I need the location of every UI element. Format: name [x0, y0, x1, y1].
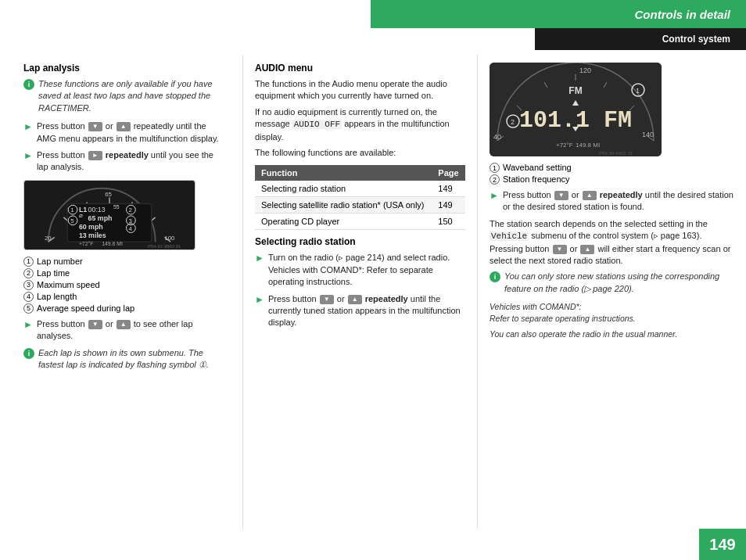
svg-text:60 mph: 60 mph	[79, 222, 103, 230]
num-2: 2	[23, 268, 34, 278]
left-heading: Lap analysis	[23, 63, 227, 74]
mid-arrow-1: ►	[255, 253, 264, 264]
station-search-text: The station search depends on the select…	[490, 218, 734, 267]
info-icon-2: i	[23, 348, 34, 359]
list-item-5: 5 Average speed during lap	[23, 303, 227, 314]
header-bar: Controls in detail	[371, 0, 746, 28]
svg-text:100: 100	[164, 235, 175, 242]
list-item-4: 4 Lap length	[23, 292, 227, 302]
info-icon-1: i	[23, 79, 34, 90]
btn-icon-r1: ▼	[554, 191, 568, 200]
svg-text:1: 1	[636, 87, 640, 95]
radio-display: 40 120 140 FM 101.1 FM 2 1 +72°F 149.	[490, 63, 662, 156]
left-bullet-1: ► Press button ▼ or ▲ Press button or re…	[23, 120, 227, 145]
right-arrow-1: ►	[490, 190, 499, 201]
left-info-box: i These functions are only available if …	[23, 78, 227, 114]
right-label-1: Waveband setting	[503, 163, 572, 172]
svg-text:2: 2	[511, 118, 515, 126]
header-title: Controls in detail	[634, 8, 730, 21]
left-numbered-list: 1 Lap number 2 Lap time 3 Maximum speed …	[23, 257, 227, 314]
page-1: 149	[432, 181, 465, 197]
func-2: Selecting satellite radio station* (USA …	[255, 197, 432, 214]
btn-icon-up-1: ▲	[117, 122, 131, 131]
label-4: Lap length	[37, 292, 77, 301]
right-numbered-list: 1 Waveband setting 2 Station frequency	[490, 163, 734, 185]
svg-text:149.8 MI: 149.8 MI	[576, 142, 600, 149]
arrow-icon-1: ►	[23, 121, 33, 132]
right-label-2: Station frequency	[503, 174, 570, 184]
btn-icon-down-3: ▼	[88, 320, 102, 329]
btn-icon-r2: ▲	[583, 191, 597, 200]
audio-no-msg: If no audio equipment is currently turne…	[255, 106, 465, 143]
table-row: Operating CD player 150	[255, 214, 465, 230]
content-area: Lap analysis i These functions are only …	[0, 55, 746, 529]
mid-bullet-text-1: Turn on the radio (▹ page 214) and selec…	[268, 252, 465, 288]
page-number-box: 149	[699, 529, 746, 560]
col-function: Function	[255, 165, 432, 181]
right-info-box: i You can only store new stations using …	[490, 271, 734, 295]
left-bullet-text-3: Press button ▼ or ▲ to see other lap ana…	[37, 318, 227, 343]
right-column: 40 120 140 FM 101.1 FM 2 1 +72°F 149.	[477, 55, 746, 529]
left-bullet-text-2: Press button ► repeatedly until you see …	[37, 149, 227, 174]
info-icon-r1: i	[490, 271, 500, 282]
svg-text:2: 2	[128, 206, 131, 214]
svg-text:40: 40	[493, 133, 501, 141]
right-num-1: 1	[490, 163, 500, 173]
num-1: 1	[23, 257, 34, 267]
right-list-item-2: 2 Station frequency	[490, 174, 734, 185]
svg-text:P54-32-3860-31: P54-32-3860-31	[148, 244, 181, 249]
select-radio-heading: Selecting radio station	[255, 236, 465, 247]
dashboard-image: 20 40 65 80 100 1 L1 00:13 55 2	[23, 180, 195, 250]
right-num-2: 2	[490, 174, 500, 185]
left-bullet-2: ► Press button ► repeatedly until you se…	[23, 149, 227, 174]
left-bullet-3: ► Press button ▼ or ▲ to see other lap a…	[23, 318, 227, 343]
svg-text:+72°F: +72°F	[556, 142, 573, 149]
left-bullet-text-1: Press button ▼ or ▲ Press button or repe…	[37, 120, 227, 145]
svg-text:65 mph: 65 mph	[88, 214, 113, 222]
col-page: Page	[432, 165, 465, 181]
btn-icon-mid-2: ▲	[348, 295, 362, 304]
btn-icon-mid-1: ▼	[320, 295, 334, 304]
svg-text:P54-30-8402-31: P54-30-8402-31	[599, 151, 633, 156]
mid-column: AUDIO menu The functions in the Audio me…	[242, 55, 477, 529]
svg-text:⌀: ⌀	[79, 212, 83, 219]
func-3: Operating CD player	[255, 214, 432, 230]
label-1: Lap number	[37, 257, 83, 266]
label-3: Maximum speed	[37, 280, 100, 289]
audio-intro: The functions in the Audio menu operate …	[255, 78, 465, 102]
mid-arrow-2: ►	[255, 294, 264, 305]
subheader-title: Control system	[662, 34, 730, 45]
right-bullet-1: ► Press button ▼ or ▲ repeatedly until t…	[490, 189, 734, 214]
list-item-2: 2 Lap time	[23, 268, 227, 278]
svg-text:149.8 MI: 149.8 MI	[102, 241, 123, 246]
audio-following: The following functions are available:	[255, 147, 465, 159]
num-5: 5	[23, 303, 34, 314]
num-4: 4	[23, 292, 34, 302]
table-body: Selecting radio station 149 Selecting sa…	[255, 181, 465, 230]
function-table: Function Page Selecting radio station 14…	[255, 165, 465, 230]
svg-text:00:13: 00:13	[88, 206, 106, 214]
svg-text:20: 20	[45, 235, 52, 242]
label-5: Average speed during lap	[37, 303, 134, 313]
mid-bullet-2: ► Press button ▼ or ▲ repeatedly until t…	[255, 293, 465, 329]
left-info-text: These functions are only available if yo…	[38, 78, 227, 114]
btn-icon-up-3: ▲	[117, 320, 131, 329]
svg-text:4: 4	[128, 224, 132, 232]
arrow-icon-3: ►	[23, 319, 33, 330]
gauge-svg: 20 40 65 80 100 1 L1 00:13 55 2	[24, 181, 195, 249]
radio-svg: 40 120 140 FM 101.1 FM 2 1 +72°F 149.	[490, 63, 662, 156]
btn-icon-right-1: ►	[88, 151, 102, 160]
right-list-item-1: 1 Waveband setting	[490, 163, 734, 173]
svg-text:65: 65	[105, 190, 112, 197]
svg-text:140: 140	[642, 131, 654, 138]
page-2: 149	[432, 197, 465, 214]
list-item-1: 1 Lap number	[23, 257, 227, 267]
svg-text:FM: FM	[568, 85, 582, 96]
svg-text:55: 55	[113, 204, 120, 210]
left-footer-info: i Each lap is shown in its own submenu. …	[23, 347, 227, 372]
left-column: Lap analysis i These functions are only …	[0, 55, 242, 529]
right-info-text: You can only store new stations using th…	[504, 271, 734, 295]
page-3: 150	[432, 214, 465, 230]
svg-text:5: 5	[70, 217, 74, 224]
table-row: Selecting radio station 149	[255, 181, 465, 197]
